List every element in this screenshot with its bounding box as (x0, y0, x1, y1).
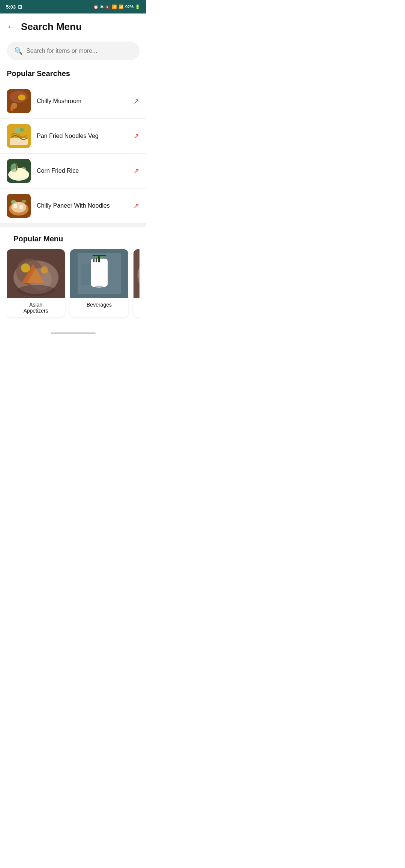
food-thumbnail-paneer (7, 194, 31, 218)
page-title: Search Menu (21, 21, 82, 33)
svg-point-29 (40, 266, 48, 274)
menu-card-label-asian: AsianAppetizers (7, 298, 65, 317)
menu-card-breads[interactable]: Breads SE (134, 249, 140, 317)
svg-rect-39 (93, 255, 106, 256)
trending-icon: ↗ (133, 97, 140, 106)
search-bar[interactable]: 🔍 (7, 42, 140, 60)
svg-rect-18 (14, 204, 17, 208)
status-right: ⏰ ✱ 🔇 📶 📶 92% 🔋 (93, 4, 140, 9)
search-icon: 🔍 (14, 47, 22, 55)
list-item[interactable]: Pan Fried Noodles Veg ↗ (0, 119, 146, 154)
menu-card-label-breads: Breads SE (134, 298, 140, 311)
svg-rect-13 (16, 163, 17, 170)
search-input[interactable] (26, 48, 132, 54)
popular-menu-title: Popular Menu (7, 235, 140, 249)
svg-point-8 (20, 128, 24, 132)
back-button[interactable]: ← (7, 22, 15, 32)
svg-point-20 (11, 200, 16, 204)
sim-icon: ⊡ (18, 4, 22, 10)
svg-point-41 (95, 286, 103, 288)
search-container: 🔍 (0, 39, 146, 69)
popular-searches-title: Popular Searches (0, 69, 146, 84)
list-item[interactable]: Corn Fried Rice ↗ (0, 154, 146, 189)
food-thumbnail-mushroom (7, 89, 31, 113)
item-label-chilly-mushroom: Chilly Mushroom (31, 98, 133, 105)
alarm-icon: ⏰ (93, 4, 99, 9)
trending-icon: ↗ (133, 201, 140, 210)
menu-card-image-beverages (70, 249, 128, 298)
svg-point-4 (18, 94, 26, 100)
svg-rect-40 (81, 264, 91, 285)
status-bar: 5:03 ⊡ ⏰ ✱ 🔇 📶 📶 92% 🔋 (0, 0, 146, 13)
list-item[interactable]: Chilly Mushroom ↗ (0, 84, 146, 119)
menu-card-label-beverages: Beverages (70, 298, 128, 311)
svg-point-14 (20, 167, 26, 172)
menu-card-image-asian (7, 249, 65, 298)
list-item[interactable]: Chilly Paneer With Noodles ↗ (0, 189, 146, 223)
bluetooth-icon: ✱ (100, 4, 104, 9)
svg-rect-35 (93, 259, 94, 262)
menu-card-beverages[interactable]: Beverages (70, 249, 128, 317)
item-label-paneer: Chilly Paneer With Noodles (31, 202, 133, 209)
menu-card-image-breads (134, 249, 140, 298)
section-divider (0, 223, 146, 227)
svg-rect-34 (91, 259, 108, 287)
food-thumbnail-rice (7, 159, 31, 183)
trending-icon: ↗ (133, 132, 140, 141)
status-left: 5:03 ⊡ (6, 4, 22, 10)
mute-icon: 🔇 (105, 4, 110, 9)
svg-point-30 (17, 285, 55, 296)
svg-point-21 (22, 200, 26, 203)
wifi-icon: 📶 (112, 4, 117, 9)
signal-icon: 📶 (118, 4, 124, 9)
header: ← Search Menu (0, 13, 146, 39)
home-indicator (0, 328, 146, 337)
popular-searches-section: Popular Searches Chilly Mushroom ↗ (0, 69, 146, 223)
battery-display: 92% (125, 4, 134, 9)
item-label-rice: Corn Fried Rice (31, 168, 133, 174)
time-display: 5:03 (6, 4, 16, 10)
item-label-noodles: Pan Fried Noodles Veg (31, 133, 133, 139)
menu-scroll-container[interactable]: AsianAppetizers Beverages (7, 249, 140, 320)
menu-card-asian-appetizers[interactable]: AsianAppetizers (7, 249, 65, 317)
svg-point-7 (14, 128, 20, 134)
svg-rect-3 (10, 106, 13, 111)
battery-icon: 🔋 (135, 4, 140, 9)
home-bar (51, 332, 96, 334)
food-thumbnail-noodles (7, 124, 31, 148)
svg-point-28 (21, 263, 30, 272)
svg-rect-19 (20, 205, 23, 209)
popular-menu-section: Popular Menu AsianAppetizers (0, 227, 146, 328)
trending-icon: ↗ (133, 166, 140, 175)
